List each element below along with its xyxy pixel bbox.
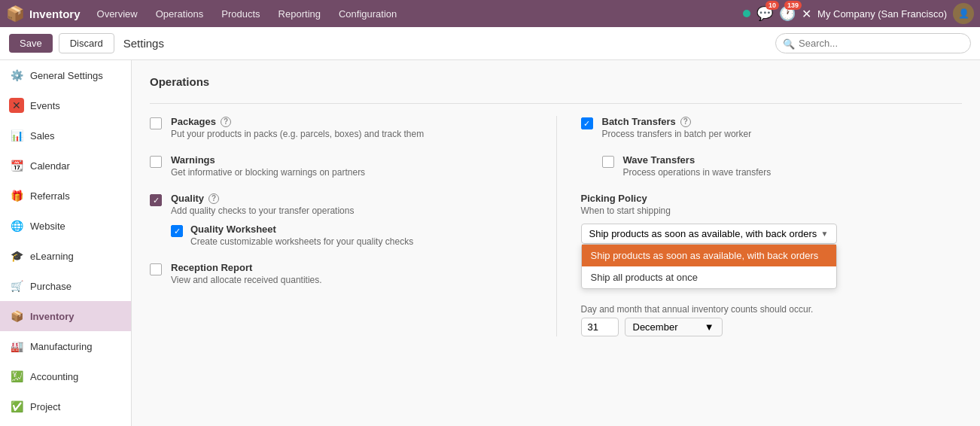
reception-report-checkbox[interactable]: [150, 263, 162, 275]
purchase-icon: 🛒: [9, 278, 24, 294]
left-column: Packages ? Put your products in packs (e…: [150, 116, 556, 336]
avatar[interactable]: 👤: [953, 3, 974, 24]
wave-transfers-label: Wave Transfers: [623, 154, 963, 166]
sidebar-label-general: General Settings: [30, 70, 103, 81]
nav-operations[interactable]: Operations: [148, 5, 212, 23]
nav-configuration[interactable]: Configuration: [331, 5, 404, 23]
day-input[interactable]: [581, 318, 619, 336]
quality-help-icon[interactable]: ?: [208, 193, 219, 204]
top-nav: 📦 Inventory Overview Operations Products…: [0, 0, 980, 27]
nav-products[interactable]: Products: [214, 5, 267, 23]
elearning-icon: 🎓: [9, 248, 24, 263]
reception-report-setting: Reception Report View and allocate recei…: [150, 262, 532, 285]
right-column: Batch Transfers ? Process transfers in b…: [556, 116, 963, 336]
dropdown-selected-value: Ship products as soon as available, with…: [589, 228, 817, 239]
dropdown-option-1[interactable]: Ship all products at once: [582, 266, 836, 288]
packages-setting: Packages ? Put your products in packs (e…: [150, 116, 532, 139]
activities-badge: 139: [784, 1, 802, 10]
quality-label: Quality ?: [171, 193, 532, 204]
picking-policy-desc: When to start shipping: [581, 205, 963, 216]
sidebar-item-accounting[interactable]: 💹 Accounting: [0, 361, 131, 391]
top-nav-right: 💬10 🕐139 ✕ My Company (San Francisco) 👤: [743, 3, 974, 24]
referrals-icon: 🎁: [9, 188, 24, 203]
inventory-icon: 📦: [9, 309, 24, 324]
annual-inventory-section: Day and month that annual inventory coun…: [581, 304, 963, 336]
sidebar-label-purchase: Purchase: [30, 281, 72, 292]
sidebar-item-general[interactable]: ⚙️ General Settings: [0, 60, 131, 90]
quality-setting: Quality ? Add quality checks to your tra…: [150, 193, 532, 247]
date-row: December ▼: [581, 318, 963, 336]
month-value: December: [633, 321, 678, 333]
batch-transfers-help-icon[interactable]: ?: [680, 117, 691, 127]
messages-badge: 10: [765, 1, 779, 10]
events-icon: ✕: [9, 98, 24, 113]
sidebar-label-website: Website: [30, 221, 65, 232]
sidebar-item-project[interactable]: ✅ Project: [0, 391, 131, 421]
warnings-setting: Warnings Get informative or blocking war…: [150, 154, 532, 178]
sidebar-item-inventory[interactable]: 📦 Inventory: [0, 301, 131, 331]
wave-transfers-checkbox[interactable]: [602, 156, 614, 168]
sales-icon: 📊: [9, 128, 24, 143]
sidebar-item-calendar[interactable]: 📆 Calendar: [0, 151, 131, 181]
warnings-checkbox[interactable]: [150, 156, 162, 168]
sidebar: ⚙️ General Settings ✕ Events 📊 Sales 📆 C…: [0, 60, 132, 426]
packages-desc: Put your products in packs (e.g. parcels…: [171, 129, 532, 139]
page-title: Settings: [123, 37, 164, 50]
dropdown-trigger[interactable]: Ship products as soon as available, with…: [581, 224, 837, 244]
save-button[interactable]: Save: [9, 34, 53, 53]
sidebar-label-project: Project: [30, 401, 60, 412]
general-icon: ⚙️: [9, 68, 24, 83]
batch-transfers-label: Batch Transfers ?: [602, 116, 963, 127]
search-icon: 🔍: [783, 38, 795, 49]
quality-worksheet-label: Quality Worksheet: [190, 224, 413, 235]
activities-button[interactable]: 🕐139: [779, 5, 796, 22]
warnings-label: Warnings: [171, 154, 532, 166]
search-input[interactable]: [775, 33, 971, 53]
nav-reporting[interactable]: Reporting: [271, 5, 328, 23]
sidebar-item-referrals[interactable]: 🎁 Referrals: [0, 181, 131, 211]
batch-transfers-setting: Batch Transfers ? Process transfers in b…: [581, 116, 963, 139]
quality-worksheet-row: Quality Worksheet Create customizable wo…: [171, 224, 532, 247]
batch-transfers-desc: Process transfers in batch per worker: [602, 129, 963, 139]
sidebar-item-website[interactable]: 🌐 Website: [0, 211, 131, 241]
batch-transfers-checkbox[interactable]: [581, 117, 593, 129]
month-select[interactable]: December ▼: [625, 318, 723, 336]
project-icon: ✅: [9, 399, 24, 414]
sidebar-item-sales[interactable]: 📊 Sales: [0, 120, 131, 151]
discard-button[interactable]: Discard: [59, 33, 114, 53]
sidebar-item-events[interactable]: ✕ Events: [0, 90, 131, 120]
quality-checkbox[interactable]: [150, 194, 162, 206]
brand[interactable]: 📦 Inventory: [6, 5, 81, 23]
sidebar-item-manufacturing[interactable]: 🏭 Manufacturing: [0, 331, 131, 361]
sidebar-item-purchase[interactable]: 🛒 Purchase: [0, 271, 131, 301]
sidebar-label-manufacturing: Manufacturing: [30, 341, 92, 352]
annual-inventory-desc: Day and month that annual inventory coun…: [581, 304, 963, 315]
nav-overview[interactable]: Overview: [90, 5, 145, 23]
sidebar-label-accounting: Accounting: [30, 371, 78, 382]
brand-icon: 📦: [6, 5, 25, 23]
quality-worksheet-checkbox[interactable]: [171, 225, 183, 237]
reception-report-desc: View and allocate received quantities.: [171, 275, 532, 285]
sidebar-label-calendar: Calendar: [30, 160, 70, 172]
picking-policy-label: Picking Policy: [581, 193, 963, 204]
messages-button[interactable]: 💬10: [756, 5, 773, 22]
packages-checkbox[interactable]: [150, 117, 162, 129]
quality-worksheet-desc: Create customizable worksheets for your …: [190, 236, 413, 247]
chevron-down-icon: ▼: [821, 230, 829, 238]
brand-name: Inventory: [29, 8, 81, 20]
sidebar-item-elearning[interactable]: 🎓 eLearning: [0, 241, 131, 271]
wave-transfers-desc: Process operations in wave transfers: [623, 167, 963, 178]
section-title: Operations: [150, 75, 962, 88]
manufacturing-icon: 🏭: [9, 339, 24, 354]
sidebar-label-elearning: eLearning: [30, 251, 74, 262]
close-icon[interactable]: ✕: [802, 7, 811, 21]
status-dot: [743, 10, 750, 17]
dropdown-option-0[interactable]: Ship products as soon as available, with…: [582, 245, 836, 266]
search-container: 🔍: [775, 33, 971, 53]
wave-transfers-setting: Wave Transfers Process operations in wav…: [602, 154, 963, 178]
reception-report-label: Reception Report: [171, 262, 532, 273]
calendar-icon: 📆: [9, 158, 24, 173]
packages-help-icon[interactable]: ?: [221, 117, 231, 127]
sidebar-label-referrals: Referrals: [30, 190, 70, 202]
content-area: Operations Packages ? Put your products: [132, 60, 980, 426]
